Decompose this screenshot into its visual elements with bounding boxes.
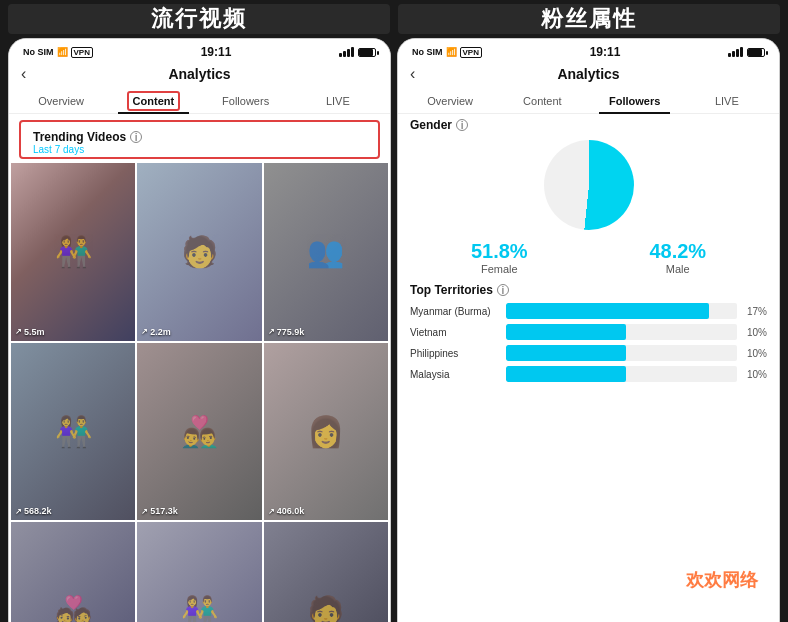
gender-info-icon: i	[456, 119, 468, 131]
gender-section: Gender i 51.8% Female 48.2% Male	[410, 118, 767, 275]
bar4	[351, 47, 354, 57]
video-thumb-4[interactable]: 👫 ↗ 568.2k	[11, 343, 135, 521]
territory-name-0: Myanmar (Burma)	[410, 306, 500, 317]
video-thumb-3[interactable]: 👥 ↗ 775.9k	[264, 163, 388, 341]
thumb1-silhouette: 👫	[11, 163, 135, 341]
thumb2-silhouette: 🧑	[137, 163, 261, 341]
right-status-left: No SIM 📶 VPN	[412, 47, 482, 58]
arrow3: ↗	[268, 327, 275, 336]
thumb6-silhouette: 👩	[264, 343, 388, 521]
territory-bar-1	[506, 324, 626, 340]
video-thumb-1[interactable]: 👫 ↗ 5.5m	[11, 163, 135, 341]
male-label: Male	[649, 263, 706, 275]
territory-bar-container-0	[506, 303, 737, 319]
tab-content-box: Content	[127, 91, 181, 111]
territory-name-1: Vietnam	[410, 327, 500, 338]
followers-content: Gender i 51.8% Female 48.2% Male	[398, 114, 779, 622]
female-label: Female	[471, 263, 528, 275]
rbar4	[740, 47, 743, 57]
male-pct: 48.2%	[649, 240, 706, 263]
territory-row-0: Myanmar (Burma) 17%	[410, 303, 767, 319]
video-grid: 👫 ↗ 5.5m 🧑 ↗ 2.2m 👥 ↗ 775.9k	[9, 163, 390, 622]
video-thumb-5[interactable]: 👨‍❤️‍👨 ↗ 517.3k	[137, 343, 261, 521]
left-battery-icon	[358, 48, 376, 57]
video-count-6: ↗ 406.0k	[268, 506, 305, 516]
territory-pct-0: 17%	[743, 306, 767, 317]
video-count-4: ↗ 568.2k	[15, 506, 52, 516]
thumb7-silhouette: 💑	[11, 522, 135, 622]
video-thumb-9[interactable]: 🧑	[264, 522, 388, 622]
territory-bar-container-3	[506, 366, 737, 382]
left-battery-fill	[359, 49, 373, 56]
trending-info-icon: i	[130, 131, 142, 143]
left-phone: No SIM 📶 VPN 19:11 ‹ Analytics	[8, 38, 391, 622]
thumb4-silhouette: 👫	[11, 343, 135, 521]
territory-name-3: Malaysia	[410, 369, 500, 380]
banner-left: 流行视频	[8, 4, 390, 34]
territories-section: Top Territories i Myanmar (Burma) 17% Vi…	[410, 283, 767, 382]
video-thumb-8[interactable]: 👫	[137, 522, 261, 622]
right-carrier: No SIM	[412, 47, 443, 57]
left-time: 19:11	[201, 45, 232, 59]
left-tabs: Overview Content Followers LIVE	[9, 89, 390, 114]
territories-info-icon: i	[497, 284, 509, 296]
right-signal	[728, 47, 743, 57]
left-back-button[interactable]: ‹	[21, 65, 26, 83]
left-banner-text: 流行视频	[151, 4, 247, 34]
tab-followers-left[interactable]: Followers	[202, 89, 290, 113]
territory-row-1: Vietnam 10%	[410, 324, 767, 340]
thumb9-silhouette: 🧑	[264, 522, 388, 622]
bar2	[343, 51, 346, 57]
right-battery-fill	[748, 49, 762, 56]
video-thumb-7[interactable]: 💑	[11, 522, 135, 622]
female-stat: 51.8% Female	[471, 240, 528, 275]
right-battery-icon	[747, 48, 765, 57]
right-time: 19:11	[590, 45, 621, 59]
thumb3-silhouette: 👥	[264, 163, 388, 341]
tab-live-right[interactable]: LIVE	[683, 89, 771, 113]
territory-pct-1: 10%	[743, 327, 767, 338]
right-status-right	[728, 47, 765, 57]
tab-followers-right[interactable]: Followers	[591, 89, 679, 113]
right-wifi-icon: 📶	[446, 47, 457, 57]
video-count-1: ↗ 5.5m	[15, 327, 45, 337]
pie-container: 51.8% Female 48.2% Male	[410, 140, 767, 275]
arrow5: ↗	[141, 507, 148, 516]
main-row: No SIM 📶 VPN 19:11 ‹ Analytics	[0, 38, 788, 622]
video-thumb-6[interactable]: 👩 ↗ 406.0k	[264, 343, 388, 521]
trending-section-header: Trending Videos i Last 7 days	[19, 120, 380, 159]
right-tabs: Overview Content Followers LIVE	[398, 89, 779, 114]
right-status-bar: No SIM 📶 VPN 19:11	[398, 39, 779, 61]
gender-title: Gender i	[410, 118, 767, 132]
territories-title: Top Territories i	[410, 283, 767, 297]
rbar1	[728, 53, 731, 57]
tab-overview-right[interactable]: Overview	[406, 89, 494, 113]
arrow1: ↗	[15, 327, 22, 336]
left-signal	[339, 47, 354, 57]
tab-live-left[interactable]: LIVE	[294, 89, 382, 113]
rbar2	[732, 51, 735, 57]
gender-stats: 51.8% Female 48.2% Male	[410, 240, 767, 275]
left-status-left: No SIM 📶 VPN	[23, 47, 93, 58]
right-banner-text: 粉丝属性	[541, 4, 637, 34]
territory-bar-container-2	[506, 345, 737, 361]
arrow6: ↗	[268, 507, 275, 516]
left-wifi-icon: 📶	[57, 47, 68, 57]
tab-content-left[interactable]: Content	[109, 89, 197, 113]
territory-name-2: Philippines	[410, 348, 500, 359]
territory-pct-2: 10%	[743, 348, 767, 359]
territory-bar-2	[506, 345, 626, 361]
tab-content-right[interactable]: Content	[498, 89, 586, 113]
female-pct: 51.8%	[471, 240, 528, 263]
left-header-title: Analytics	[168, 66, 230, 82]
tab-overview-left[interactable]: Overview	[17, 89, 105, 113]
right-header: ‹ Analytics	[398, 61, 779, 89]
right-phone: No SIM 📶 VPN 19:11 ‹ Analytics	[397, 38, 780, 622]
bar1	[339, 53, 342, 57]
thumb5-silhouette: 👨‍❤️‍👨	[137, 343, 261, 521]
thumb8-silhouette: 👫	[137, 522, 261, 622]
left-status-bar: No SIM 📶 VPN 19:11	[9, 39, 390, 61]
right-back-button[interactable]: ‹	[410, 65, 415, 83]
video-thumb-2[interactable]: 🧑 ↗ 2.2m	[137, 163, 261, 341]
territory-bar-container-1	[506, 324, 737, 340]
